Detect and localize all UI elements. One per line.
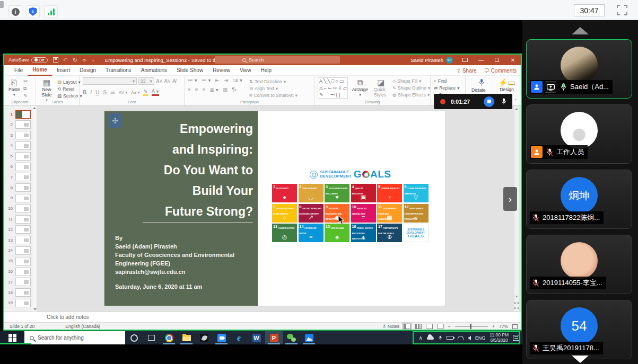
fit-slide-to-window-button[interactable]: [512, 324, 518, 329]
taskbar-app-dark[interactable]: [195, 331, 213, 344]
new-slide-button[interactable]: ▦ New Slide▾: [38, 77, 56, 103]
previous-slide-icon[interactable]: ▲▲: [513, 301, 520, 304]
slideshow-view-button[interactable]: [437, 324, 444, 329]
language-indicator[interactable]: English (Canada): [65, 324, 100, 329]
align-text-button[interactable]: ⊟ Align Text ▾: [249, 85, 298, 92]
thumbnail-preview[interactable]: [15, 236, 31, 244]
action-center-icon[interactable]: [513, 335, 520, 341]
close-button[interactable]: ✕: [505, 55, 521, 65]
redo-icon[interactable]: ↻: [73, 57, 77, 64]
participants-scroll-down[interactable]: [572, 356, 589, 363]
thumbnail-preview[interactable]: [15, 194, 31, 202]
participants-scroll-up[interactable]: [572, 27, 589, 34]
meeting-info-button[interactable]: i: [8, 5, 22, 18]
fullscreen-button[interactable]: [617, 5, 627, 15]
layout-button[interactable]: ▤Layout ▾: [57, 78, 82, 85]
language-indicator[interactable]: ENG: [475, 335, 486, 341]
tab-insert[interactable]: Insert: [52, 65, 75, 76]
thumbnail-preview[interactable]: [15, 131, 31, 139]
thumbnail-preview[interactable]: [15, 278, 31, 286]
thumbnail-preview[interactable]: [15, 215, 31, 224]
change-case-icon[interactable]: Aa ▾: [131, 90, 139, 95]
network-quality-button[interactable]: [44, 5, 58, 18]
tab-help[interactable]: Help: [256, 65, 276, 76]
battery-icon[interactable]: [447, 336, 453, 340]
stop-recording-button[interactable]: [484, 96, 494, 107]
onedrive-cloud-icon[interactable]: [427, 336, 434, 340]
speaker-icon[interactable]: [468, 336, 471, 340]
scroll-down-icon[interactable]: ▼: [515, 295, 518, 298]
notes-pane[interactable]: Click to add notes: [4, 312, 521, 322]
find-button[interactable]: ⌕ Find: [434, 77, 465, 84]
collapse-ribbon-icon[interactable]: ⌃: [513, 99, 518, 104]
taskbar-video-app[interactable]: [213, 331, 230, 344]
qat-customize-icon[interactable]: ⌄: [92, 58, 95, 63]
taskbar-voov[interactable]: [300, 331, 318, 344]
scroll-up-icon[interactable]: [33, 107, 36, 109]
decrease-indent-icon[interactable]: ⇤: [215, 77, 220, 83]
tab-review[interactable]: Review: [208, 65, 235, 76]
slide-thumbnail-panel[interactable]: 12345678910111213141516171819: [4, 106, 37, 312]
thumbnail-preview[interactable]: [15, 152, 31, 161]
ppt-search-box[interactable]: Search: [215, 56, 340, 64]
autosave-toggle[interactable]: Off: [31, 57, 48, 63]
scroll-up-icon[interactable]: [515, 108, 518, 110]
thumbnail-preview[interactable]: [15, 288, 31, 297]
thumbnail-preview[interactable]: [15, 173, 31, 181]
start-presentation-icon[interactable]: ⌯: [82, 57, 87, 64]
thumbnail-scrollbar[interactable]: [32, 106, 37, 312]
participant-tile-2[interactable]: 工作人员: [526, 104, 632, 164]
section-button[interactable]: ▧Section ▾: [57, 92, 82, 99]
thumbnail-preview[interactable]: [15, 141, 31, 150]
font-size-combobox[interactable]: 22▾: [138, 77, 154, 85]
taskbar-word[interactable]: W: [248, 331, 265, 344]
zoom-in-icon[interactable]: +: [492, 324, 495, 329]
minimize-button[interactable]: —: [473, 55, 489, 65]
italic-icon[interactable]: I: [90, 90, 92, 95]
justify-icon[interactable]: ≣ ▾: [210, 87, 219, 93]
taskbar-internet-explorer[interactable]: e: [230, 331, 248, 344]
format-painter-icon[interactable]: ✎: [23, 93, 28, 99]
zoom-slider[interactable]: [455, 326, 488, 327]
highlight-color-icon[interactable]: ✎: [143, 88, 147, 96]
align-center-icon[interactable]: ≡: [195, 87, 198, 93]
bullets-icon[interactable]: ≔ ▾: [188, 77, 197, 83]
thumbnail-preview[interactable]: [15, 246, 31, 255]
task-view-button[interactable]: [143, 331, 160, 344]
numbering-icon[interactable]: ≕ ▾: [202, 77, 211, 83]
thumbnail-preview[interactable]: [15, 225, 31, 234]
thumbnail-preview[interactable]: [15, 205, 31, 213]
tab-slide-show[interactable]: Slide Show: [172, 65, 208, 76]
zoom-level[interactable]: 77%: [499, 324, 508, 329]
scroll-down-icon[interactable]: [33, 308, 37, 310]
zoom-out-icon[interactable]: −: [448, 324, 451, 329]
restore-button[interactable]: [489, 55, 505, 65]
convert-smartart-button[interactable]: ⧈ Convert to SmartArt ▾: [249, 92, 298, 99]
clear-formatting-icon[interactable]: A̸: [172, 78, 176, 84]
columns-icon[interactable]: ▥: [223, 87, 228, 93]
thumbnail-preview[interactable]: [15, 110, 31, 119]
thumbnail-preview[interactable]: [15, 183, 31, 192]
taskbar-powerpoint[interactable]: P: [265, 331, 283, 344]
cortana-button[interactable]: [125, 331, 143, 344]
notes-placeholder[interactable]: Click to add notes: [47, 314, 89, 320]
notes-toggle-button[interactable]: ≜ Notes: [382, 324, 399, 329]
account-info[interactable]: Saeid Pirasteh SP: [410, 55, 453, 65]
underline-icon[interactable]: U: [95, 90, 99, 95]
next-slide-icon[interactable]: ▼▼: [513, 307, 520, 310]
shape-effects-button[interactable]: ◍ Shape Effects ▾: [392, 91, 430, 98]
character-spacing-icon[interactable]: AV ▾: [119, 90, 127, 95]
thumbnail-preview[interactable]: [15, 299, 31, 307]
tray-mic-icon[interactable]: [438, 335, 442, 341]
text-shadow-icon[interactable]: ab: [110, 90, 115, 95]
shape-gallery[interactable]: A╲╲□○▭△⌐⌙⇨⇩▱✎⌒〜{}☆: [318, 77, 348, 99]
tab-view[interactable]: View: [235, 65, 256, 76]
reset-button[interactable]: ⟲Reset: [57, 85, 82, 92]
slide-canvas[interactable]: ✣ Empoweringand Inspiring:Do You Want to…: [104, 111, 445, 306]
comments-button[interactable]: 🗩 Comments: [484, 68, 517, 74]
font-color-icon[interactable]: A ▾: [152, 88, 159, 96]
line-spacing-icon[interactable]: ↕≡ ▾: [232, 77, 242, 83]
share-button[interactable]: ⇪ Share: [457, 68, 477, 74]
taskbar-file-explorer[interactable]: [178, 331, 195, 344]
designer-button[interactable]: ⚡▭ Design: [496, 77, 517, 93]
